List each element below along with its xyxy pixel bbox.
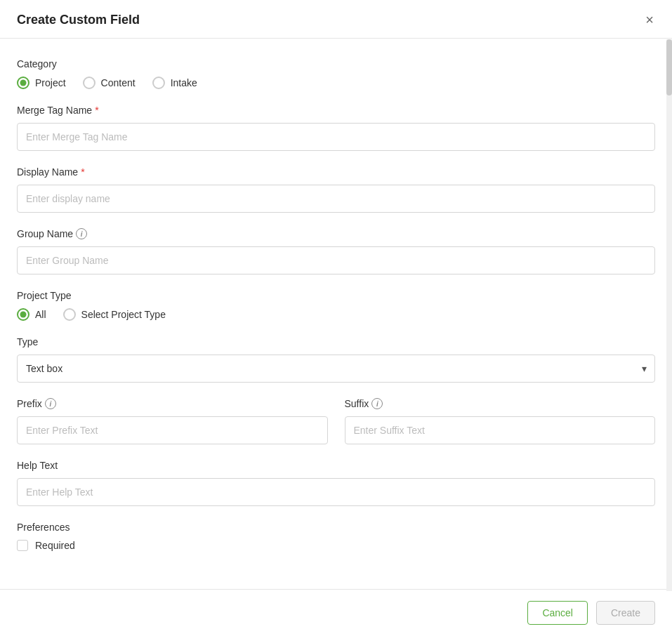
project-type-select-radio[interactable] [63,308,76,321]
category-project-label[interactable]: Project [17,77,66,89]
category-intake-radio[interactable] [152,77,165,89]
type-label: Type [17,336,655,347]
suffix-input[interactable] [345,416,656,444]
type-section: Type Text box ▾ [17,336,655,383]
display-name-required-star: * [81,166,84,178]
category-label: Category [17,58,655,69]
category-content-label[interactable]: Content [83,77,136,89]
project-type-select-label[interactable]: Select Project Type [63,308,166,321]
merge-tag-section: Merge Tag Name * [17,105,655,151]
project-type-radio-group: All Select Project Type [17,308,655,321]
type-select[interactable]: Text box [17,355,655,383]
category-intake-label[interactable]: Intake [152,77,197,89]
suffix-label: Suffix i [345,398,656,409]
project-type-label: Project Type [17,290,655,301]
prefix-col: Prefix i [17,398,328,444]
modal-footer: Cancel Create [0,589,672,636]
project-type-all-radio[interactable] [17,308,29,321]
display-name-section: Display Name * [17,166,655,213]
scrollbar-track[interactable] [666,39,672,591]
close-button[interactable]: × [644,11,655,28]
category-content-text: Content [101,77,136,88]
category-project-text: Project [35,77,66,88]
project-type-all-text: All [35,309,46,320]
category-radio-group: Project Content Intake [17,77,655,89]
required-checkbox[interactable] [17,540,28,551]
prefix-label: Prefix i [17,398,328,409]
help-text-input[interactable] [17,478,655,506]
required-text: Required [35,540,75,551]
category-content-radio[interactable] [83,77,95,89]
category-intake-text: Intake [171,77,197,88]
prefix-suffix-section: Prefix i Suffix i [17,398,655,444]
scrollbar-thumb[interactable] [666,39,672,95]
category-project-radio[interactable] [17,77,29,89]
prefix-info-icon: i [45,398,56,409]
suffix-info-icon: i [371,398,383,409]
category-section: Category Project Content Intake [17,58,655,89]
group-name-input[interactable] [17,246,655,274]
type-select-wrapper: Text box ▾ [17,355,655,383]
group-name-info-icon: i [76,228,87,239]
preferences-label: Preferences [17,522,655,533]
merge-tag-required-star: * [95,105,98,116]
required-checkbox-label[interactable]: Required [17,540,655,551]
project-type-select-text: Select Project Type [81,309,166,320]
create-button[interactable]: Create [596,601,655,625]
modal-overlay: Create Custom Field × Category Project C… [0,0,672,636]
modal: Create Custom Field × Category Project C… [0,0,672,636]
display-name-input[interactable] [17,185,655,213]
modal-header: Create Custom Field × [0,0,672,39]
merge-tag-input[interactable] [17,123,655,151]
group-name-label: Group Name i [17,228,655,239]
merge-tag-label: Merge Tag Name * [17,105,655,116]
project-type-section: Project Type All Select Project Type [17,290,655,321]
modal-body: Category Project Content Intake [0,39,672,589]
prefix-input[interactable] [17,416,328,444]
suffix-col: Suffix i [345,398,656,444]
cancel-button[interactable]: Cancel [527,601,588,625]
help-text-section: Help Text [17,460,655,506]
modal-title: Create Custom Field [17,13,140,27]
display-name-label: Display Name * [17,166,655,178]
project-type-all-label[interactable]: All [17,308,46,321]
preferences-section: Preferences Required [17,522,655,551]
group-name-section: Group Name i [17,228,655,274]
help-text-label: Help Text [17,460,655,471]
